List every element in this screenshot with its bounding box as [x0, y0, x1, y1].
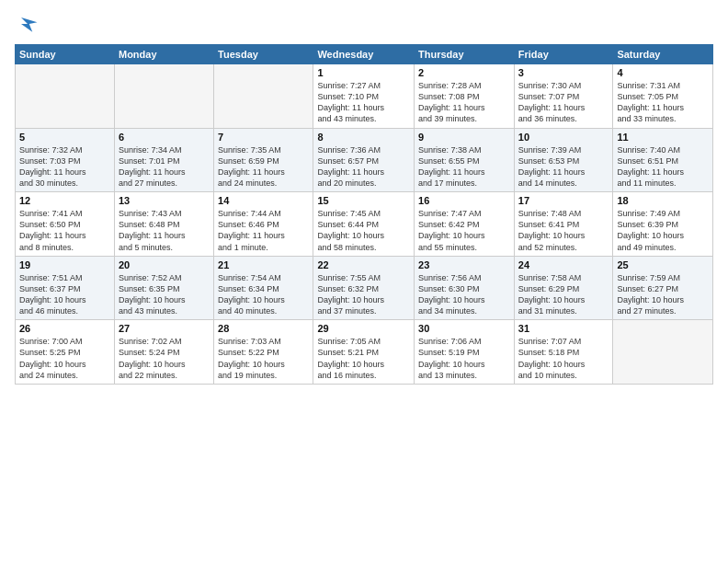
day-number: 26: [19, 323, 110, 334]
day-number: 20: [119, 259, 210, 270]
calendar-cell: 17Sunrise: 7:48 AMSunset: 6:41 PMDayligh…: [514, 192, 613, 257]
day-number: 17: [518, 195, 609, 206]
day-info: Sunrise: 7:43 AMSunset: 6:48 PMDaylight:…: [119, 208, 210, 253]
day-number: 11: [617, 132, 709, 143]
calendar-cell: [16, 64, 115, 129]
weekday-header: Wednesday: [313, 45, 415, 64]
day-number: 12: [19, 195, 110, 206]
calendar-cell: 5Sunrise: 7:32 AMSunset: 7:03 PMDaylight…: [16, 128, 115, 192]
calendar-cell: 13Sunrise: 7:43 AMSunset: 6:48 PMDayligh…: [114, 192, 213, 257]
calendar-cell: 24Sunrise: 7:58 AMSunset: 6:29 PMDayligh…: [514, 256, 613, 320]
day-number: 7: [218, 132, 309, 143]
day-info: Sunrise: 7:32 AMSunset: 7:03 PMDaylight:…: [19, 144, 110, 190]
day-number: 24: [518, 259, 609, 270]
calendar-cell: 3Sunrise: 7:30 AMSunset: 7:07 PMDaylight…: [514, 64, 613, 129]
day-info: Sunrise: 7:31 AMSunset: 7:05 PMDaylight:…: [617, 80, 709, 125]
day-number: 15: [317, 195, 410, 206]
calendar-cell: 21Sunrise: 7:54 AMSunset: 6:34 PMDayligh…: [214, 256, 313, 320]
calendar-cell: [214, 64, 313, 129]
svg-marker-1: [21, 17, 38, 32]
day-info: Sunrise: 7:48 AMSunset: 6:41 PMDaylight:…: [518, 208, 609, 253]
day-info: Sunrise: 7:51 AMSunset: 6:37 PMDaylight:…: [19, 272, 110, 317]
calendar-week-row: 5Sunrise: 7:32 AMSunset: 7:03 PMDaylight…: [16, 128, 713, 192]
day-info: Sunrise: 7:34 AMSunset: 7:01 PMDaylight:…: [119, 144, 210, 190]
calendar-cell: 22Sunrise: 7:55 AMSunset: 6:32 PMDayligh…: [313, 256, 415, 320]
day-number: 4: [617, 67, 709, 78]
day-number: 18: [617, 195, 709, 206]
calendar-cell: 4Sunrise: 7:31 AMSunset: 7:05 PMDaylight…: [613, 64, 713, 129]
day-number: 6: [119, 132, 210, 143]
calendar-cell: 12Sunrise: 7:41 AMSunset: 6:50 PMDayligh…: [16, 192, 115, 257]
day-number: 29: [317, 323, 410, 334]
day-number: 13: [119, 195, 210, 206]
day-info: Sunrise: 7:00 AMSunset: 5:25 PMDaylight:…: [19, 336, 110, 381]
day-info: Sunrise: 7:55 AMSunset: 6:32 PMDaylight:…: [317, 272, 410, 317]
day-info: Sunrise: 7:40 AMSunset: 6:51 PMDaylight:…: [617, 144, 709, 190]
day-info: Sunrise: 7:41 AMSunset: 6:50 PMDaylight:…: [19, 208, 110, 253]
day-number: 28: [218, 323, 309, 334]
day-info: Sunrise: 7:54 AMSunset: 6:34 PMDaylight:…: [218, 272, 309, 317]
calendar-cell: 15Sunrise: 7:45 AMSunset: 6:44 PMDayligh…: [313, 192, 415, 257]
day-info: Sunrise: 7:44 AMSunset: 6:46 PMDaylight:…: [218, 208, 309, 253]
calendar-cell: 26Sunrise: 7:00 AMSunset: 5:25 PMDayligh…: [16, 320, 115, 385]
day-info: Sunrise: 7:35 AMSunset: 6:59 PMDaylight:…: [218, 144, 309, 190]
calendar-cell: 7Sunrise: 7:35 AMSunset: 6:59 PMDaylight…: [214, 128, 313, 192]
logo-icon: [15, 11, 40, 37]
day-number: 3: [518, 67, 609, 78]
weekday-header: Thursday: [415, 45, 515, 64]
weekday-header-row: SundayMondayTuesdayWednesdayThursdayFrid…: [16, 45, 713, 64]
day-number: 2: [418, 67, 510, 78]
calendar-cell: 2Sunrise: 7:28 AMSunset: 7:08 PMDaylight…: [415, 64, 515, 129]
day-info: Sunrise: 7:05 AMSunset: 5:21 PMDaylight:…: [317, 336, 410, 381]
calendar-week-row: 19Sunrise: 7:51 AMSunset: 6:37 PMDayligh…: [16, 256, 713, 320]
day-number: 14: [218, 195, 309, 206]
calendar-cell: 29Sunrise: 7:05 AMSunset: 5:21 PMDayligh…: [313, 320, 415, 385]
day-number: 1: [317, 67, 410, 78]
calendar-cell: 10Sunrise: 7:39 AMSunset: 6:53 PMDayligh…: [514, 128, 613, 192]
day-info: Sunrise: 7:03 AMSunset: 5:22 PMDaylight:…: [218, 336, 309, 381]
calendar-cell: [613, 320, 713, 385]
day-info: Sunrise: 7:06 AMSunset: 5:19 PMDaylight:…: [418, 336, 510, 381]
day-info: Sunrise: 7:38 AMSunset: 6:55 PMDaylight:…: [418, 144, 510, 190]
weekday-header: Sunday: [16, 45, 115, 64]
day-info: Sunrise: 7:27 AMSunset: 7:10 PMDaylight:…: [317, 80, 410, 125]
calendar-cell: 28Sunrise: 7:03 AMSunset: 5:22 PMDayligh…: [214, 320, 313, 385]
calendar-cell: 16Sunrise: 7:47 AMSunset: 6:42 PMDayligh…: [415, 192, 515, 257]
calendar-cell: 6Sunrise: 7:34 AMSunset: 7:01 PMDaylight…: [114, 128, 213, 192]
day-number: 9: [418, 132, 510, 143]
day-info: Sunrise: 7:56 AMSunset: 6:30 PMDaylight:…: [418, 272, 510, 317]
day-info: Sunrise: 7:07 AMSunset: 5:18 PMDaylight:…: [518, 336, 609, 381]
day-number: 21: [218, 259, 309, 270]
day-number: 22: [317, 259, 410, 270]
logo: [15, 11, 44, 37]
weekday-header: Friday: [514, 45, 613, 64]
calendar-cell: 30Sunrise: 7:06 AMSunset: 5:19 PMDayligh…: [415, 320, 515, 385]
calendar-cell: 27Sunrise: 7:02 AMSunset: 5:24 PMDayligh…: [114, 320, 213, 385]
calendar-cell: 19Sunrise: 7:51 AMSunset: 6:37 PMDayligh…: [16, 256, 115, 320]
day-number: 10: [518, 132, 609, 143]
day-info: Sunrise: 7:47 AMSunset: 6:42 PMDaylight:…: [418, 208, 510, 253]
header: [15, 11, 713, 37]
calendar-cell: 8Sunrise: 7:36 AMSunset: 6:57 PMDaylight…: [313, 128, 415, 192]
day-number: 5: [19, 132, 110, 143]
calendar-cell: 23Sunrise: 7:56 AMSunset: 6:30 PMDayligh…: [415, 256, 515, 320]
day-number: 19: [19, 259, 110, 270]
day-info: Sunrise: 7:36 AMSunset: 6:57 PMDaylight:…: [317, 144, 410, 190]
calendar-cell: 11Sunrise: 7:40 AMSunset: 6:51 PMDayligh…: [613, 128, 713, 192]
calendar-week-row: 26Sunrise: 7:00 AMSunset: 5:25 PMDayligh…: [16, 320, 713, 385]
day-number: 27: [119, 323, 210, 334]
day-info: Sunrise: 7:39 AMSunset: 6:53 PMDaylight:…: [518, 144, 609, 190]
day-number: 30: [418, 323, 510, 334]
calendar-cell: 9Sunrise: 7:38 AMSunset: 6:55 PMDaylight…: [415, 128, 515, 192]
weekday-header: Saturday: [613, 45, 713, 64]
calendar: SundayMondayTuesdayWednesdayThursdayFrid…: [15, 44, 713, 385]
day-info: Sunrise: 7:30 AMSunset: 7:07 PMDaylight:…: [518, 80, 609, 125]
calendar-cell: 1Sunrise: 7:27 AMSunset: 7:10 PMDaylight…: [313, 64, 415, 129]
day-info: Sunrise: 7:59 AMSunset: 6:27 PMDaylight:…: [617, 272, 709, 317]
day-number: 31: [518, 323, 609, 334]
day-info: Sunrise: 7:45 AMSunset: 6:44 PMDaylight:…: [317, 208, 410, 253]
day-info: Sunrise: 7:58 AMSunset: 6:29 PMDaylight:…: [518, 272, 609, 317]
day-number: 8: [317, 132, 410, 143]
weekday-header: Tuesday: [214, 45, 313, 64]
calendar-cell: 25Sunrise: 7:59 AMSunset: 6:27 PMDayligh…: [613, 256, 713, 320]
